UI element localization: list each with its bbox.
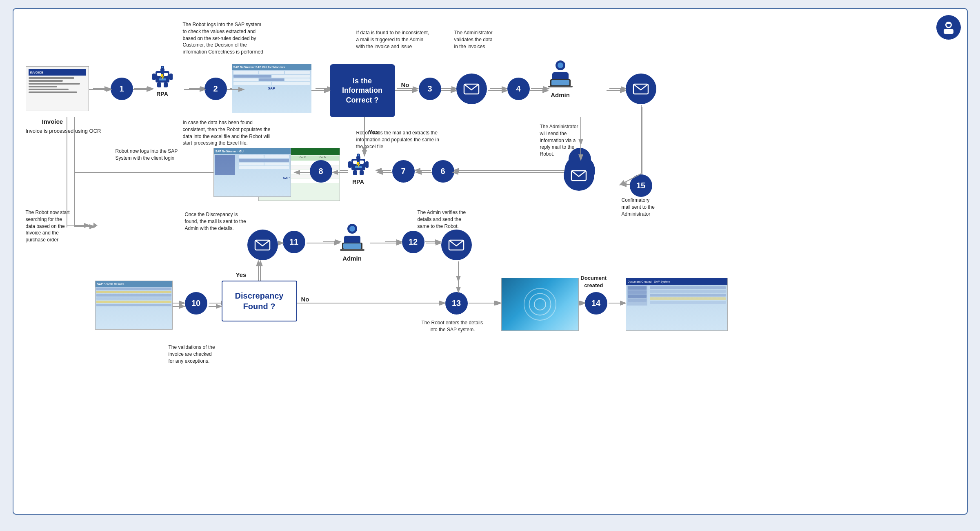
desc2-label: The Robot logs into the SAP system to ch…: [183, 21, 263, 56]
desc13-label: The Robot enters the details into the SA…: [422, 319, 483, 333]
no-1-label: No: [401, 80, 409, 89]
sap-header-1: SAP NetWeaver SAP GUI for Windows: [232, 64, 311, 70]
step-3-circle: 3: [419, 78, 441, 100]
sap-screen-5: Document Created - SAP System: [626, 278, 728, 331]
robot-1-svg: [148, 62, 177, 91]
mail-1-circle: [456, 74, 487, 104]
desc3-label: If data is found to be inconsistent, a m…: [356, 29, 429, 50]
svg-rect-73: [340, 249, 364, 251]
sap-screen-3: SAP Search Results: [95, 281, 173, 330]
admin-1-icon: Admin: [544, 58, 577, 98]
invoice-image: INVOICE: [26, 66, 89, 111]
step-2-circle: 2: [204, 78, 227, 100]
mail-admin-right-icon: [633, 81, 649, 97]
sap-header-2: SAP NetWeaver - GUI: [214, 148, 291, 154]
admin-2-svg: [336, 221, 369, 254]
step-4-circle: 4: [507, 78, 530, 100]
desc2b-label: In case the data has been found consiste…: [183, 119, 271, 147]
desc6-label: Robot reads the mail and extracts the in…: [356, 129, 439, 150]
sap-screen-1: SAP NetWeaver SAP GUI for Windows SAP: [232, 64, 311, 113]
arrow-step9: [93, 223, 98, 228]
desc10-label: The validations of the invoice are check…: [169, 344, 215, 364]
svg-rect-38: [157, 73, 161, 76]
step-8-circle: 8: [310, 160, 332, 183]
top-avatar: [936, 15, 961, 40]
mail-disc-icon: [254, 237, 271, 253]
desc11-send-label: Once the Discrepancy is found, the mail …: [185, 211, 246, 232]
svg-rect-59: [360, 161, 364, 164]
admin-2-label: Admin: [342, 255, 362, 262]
rpa-1-icon: RPA: [148, 62, 177, 97]
svg-rect-58: [353, 161, 357, 164]
desc8-label: Robot now logs into the SAP System with …: [116, 148, 178, 162]
desc9-label: The Robot now start searching for the da…: [26, 209, 70, 243]
sap-header-3: SAP Search Results: [96, 281, 172, 287]
desc12-label: The Admin verifies the details and send …: [418, 209, 466, 230]
admin-1-svg: [544, 58, 577, 91]
mail-5-icon: [571, 167, 587, 184]
yes-2-label: Yes: [236, 270, 247, 279]
svg-rect-46: [157, 83, 161, 87]
svg-rect-36: [947, 23, 951, 24]
svg-point-74: [349, 226, 355, 232]
rpa-2-icon: RPA: [344, 150, 373, 185]
svg-rect-65: [365, 161, 369, 168]
step-11-circle: 11: [283, 231, 305, 253]
svg-rect-67: [360, 170, 364, 175]
mail-12-circle: [441, 230, 472, 260]
step-14-circle: 14: [585, 292, 607, 315]
svg-rect-66: [353, 170, 357, 175]
svg-rect-34: [944, 29, 953, 34]
svg-rect-44: [152, 74, 156, 80]
no-2-label: No: [301, 295, 309, 303]
step-10-circle: 10: [185, 292, 207, 315]
horizontal-line-step9: [67, 225, 95, 226]
step-15-circle: 15: [630, 174, 652, 197]
desc1-label: Invoice is processed using OCR: [26, 127, 101, 135]
svg-point-63: [358, 154, 359, 156]
svg-rect-53: [548, 86, 573, 87]
mail-disc-circle: [247, 230, 278, 260]
svg-rect-47: [164, 83, 168, 87]
admin-1-label: Admin: [551, 91, 570, 98]
mail-5-circle: [564, 160, 594, 191]
avatar-icon: [940, 19, 957, 36]
svg-rect-39: [164, 73, 168, 76]
robot-2-svg: [344, 150, 373, 178]
desc14-label: Document created: [581, 274, 607, 289]
main-container: INVOICE Invoice Invoice is processed usi…: [13, 8, 968, 515]
invoice-label: Invoice: [42, 117, 63, 126]
desc4-label: The Administrator validates the data in …: [454, 29, 493, 50]
mail-1-icon: [463, 81, 480, 97]
step-7-circle: 7: [392, 160, 415, 183]
sap-screen-4: [501, 278, 579, 331]
step-1-circle: 1: [111, 78, 133, 100]
desc15-label: Confirmatory mail sent to the Administra…: [622, 197, 655, 217]
step-12-circle: 12: [402, 231, 424, 253]
decision-1-box: Is the Information Correct ?: [330, 64, 395, 117]
svg-rect-45: [169, 74, 173, 80]
step-6-circle: 6: [432, 160, 454, 183]
admin-2-icon: Admin: [336, 221, 369, 262]
svg-rect-52: [551, 80, 569, 85]
discrepancy-box: Discrepancy Found ?: [222, 281, 297, 321]
mail-admin-right-circle: [626, 74, 656, 104]
svg-point-54: [558, 62, 563, 68]
sap-screen-2: SAP NetWeaver - GUI SAP: [213, 148, 291, 197]
step-13-circle: 13: [445, 292, 468, 315]
mail-12-icon: [448, 237, 464, 253]
rpa-2-label: RPA: [352, 178, 364, 185]
svg-rect-64: [348, 161, 351, 168]
svg-point-43: [162, 67, 163, 68]
svg-rect-72: [343, 243, 361, 249]
rpa-1-label: RPA: [156, 91, 168, 97]
